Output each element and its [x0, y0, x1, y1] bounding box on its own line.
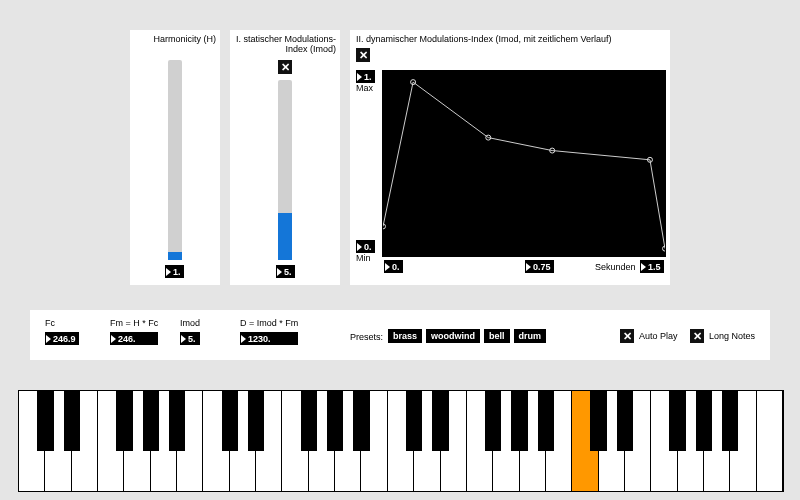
piano-keyboard[interactable] [18, 390, 784, 492]
envelope-editor[interactable] [382, 70, 666, 257]
static-index-numbox[interactable]: 5. [276, 265, 295, 278]
preset-bell[interactable]: bell [484, 329, 510, 343]
dynamic-ymax-numbox[interactable]: 1. [356, 70, 375, 83]
harmonicity-slider[interactable] [168, 60, 182, 260]
black-key[interactable] [432, 391, 448, 451]
black-key[interactable] [248, 391, 264, 451]
black-key[interactable] [353, 391, 369, 451]
black-key[interactable] [617, 391, 633, 451]
autoplay-toggle[interactable]: ✕ [620, 329, 634, 343]
static-index-panel: I. statischer Modulations-Index (Imod) ✕… [230, 30, 340, 285]
black-key[interactable] [222, 391, 238, 451]
preset-brass[interactable]: brass [388, 329, 422, 343]
fc-label: Fc [45, 318, 79, 328]
fm-numbox[interactable]: 246. [110, 332, 158, 345]
harmonicity-panel: Harmonicity (H) 1. [130, 30, 220, 285]
dynamic-xmid-numbox[interactable]: 0.75 [525, 260, 554, 273]
x-units-label: Sekunden [595, 262, 636, 272]
fc-numbox[interactable]: 246.9 [45, 332, 79, 345]
harmonicity-numbox[interactable]: 1. [165, 265, 184, 278]
preset-drum[interactable]: drum [514, 329, 547, 343]
black-key[interactable] [696, 391, 712, 451]
imod-label: Imod [180, 318, 200, 328]
black-key[interactable] [590, 391, 606, 451]
black-key[interactable] [37, 391, 53, 451]
static-index-slider[interactable] [278, 80, 292, 260]
ymax-label: Max [356, 83, 375, 93]
black-key[interactable] [485, 391, 501, 451]
dynamic-x0-numbox[interactable]: 0. [384, 260, 403, 273]
black-key[interactable] [669, 391, 685, 451]
black-key[interactable] [301, 391, 317, 451]
longnotes-label: Long Notes [709, 331, 755, 341]
ymin-label: Min [356, 253, 375, 263]
dynamic-ymin-numbox[interactable]: 0. [356, 240, 375, 253]
dynamic-index-panel: II. dynamischer Modulations-Index (Imod,… [350, 30, 670, 285]
dynamic-xmax-numbox[interactable]: 1.5 [640, 260, 664, 273]
dynamic-index-toggle[interactable]: ✕ [356, 48, 370, 62]
longnotes-toggle[interactable]: ✕ [690, 329, 704, 343]
black-key[interactable] [511, 391, 527, 451]
params-strip: Fc 246.9 Fm = H * Fc 246. Imod 5. D = Im… [30, 310, 770, 360]
white-key[interactable] [757, 391, 783, 491]
black-key[interactable] [406, 391, 422, 451]
dynamic-index-label: II. dynamischer Modulations-Index (Imod,… [356, 34, 612, 44]
autoplay-label: Auto Play [639, 331, 678, 341]
black-key[interactable] [538, 391, 554, 451]
preset-woodwind[interactable]: woodwind [426, 329, 480, 343]
static-index-label: I. statischer Modulations-Index (Imod) [234, 34, 336, 54]
black-key[interactable] [169, 391, 185, 451]
presets-label: Presets: [350, 332, 383, 342]
black-key[interactable] [722, 391, 738, 451]
fm-label: Fm = H * Fc [110, 318, 158, 328]
black-key[interactable] [327, 391, 343, 451]
d-label: D = Imod * Fm [240, 318, 298, 328]
imod-numbox[interactable]: 5. [180, 332, 200, 345]
static-index-toggle[interactable]: ✕ [278, 60, 292, 74]
black-key[interactable] [143, 391, 159, 451]
harmonicity-label: Harmonicity (H) [153, 34, 216, 44]
black-key[interactable] [64, 391, 80, 451]
black-key[interactable] [116, 391, 132, 451]
d-numbox[interactable]: 1230. [240, 332, 298, 345]
